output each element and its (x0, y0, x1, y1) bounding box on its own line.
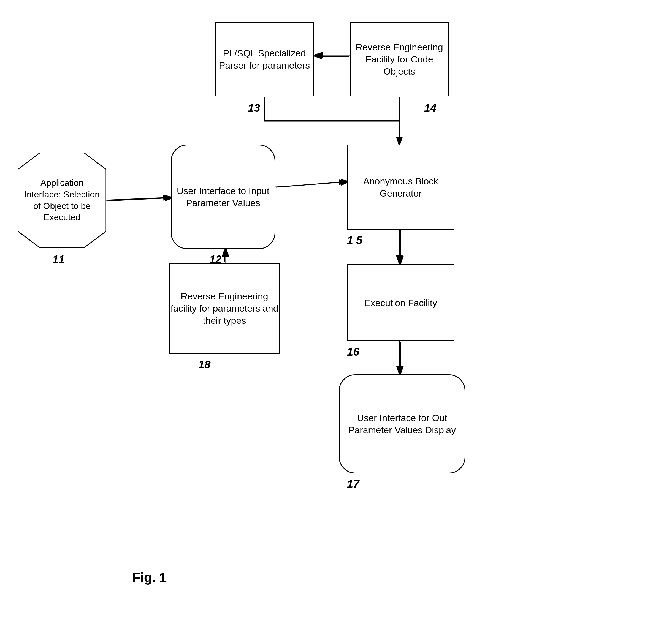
node18-label: Reverse Engineering facility for paramet… (170, 290, 279, 327)
arrows-svg (0, 0, 672, 632)
diagram: PL/SQL Specialized Parser for parameters… (0, 0, 672, 632)
node12-rounded: User Interface to Input Parameter Values (171, 145, 275, 249)
node18-box: Reverse Engineering facility for paramet… (169, 263, 280, 354)
clean-arrows (0, 0, 672, 632)
node15-box: Anonymous Block Generator (347, 145, 454, 230)
node13-box: PL/SQL Specialized Parser for parameters (215, 22, 314, 96)
node11-number: 11 (52, 253, 65, 266)
node15-number: 1 5 (347, 234, 362, 246)
node14-label: Reverse Engineering Facility for Code Ob… (351, 41, 448, 78)
node14-box: Reverse Engineering Facility for Code Ob… (350, 22, 449, 96)
node12-label: User Interface to Input Parameter Values (172, 185, 274, 209)
figure-label: Fig. 1 (132, 570, 167, 585)
node16-number: 16 (347, 346, 359, 358)
svg-line-3 (273, 182, 349, 187)
node11-octagon: Application Interface: Selection of Obje… (18, 153, 106, 248)
node13-number: 13 (248, 102, 260, 114)
node17-label: User Interface for Out Parameter Values … (340, 412, 464, 436)
svg-line-16 (276, 182, 346, 187)
node17-number: 17 (347, 478, 359, 490)
node18-number: 18 (198, 358, 211, 371)
node16-box: Execution Facility (347, 264, 454, 341)
node15-label: Anonymous Block Generator (348, 175, 454, 199)
node16-label: Execution Facility (364, 297, 437, 309)
svg-line-2 (106, 198, 173, 201)
node11-label: Application Interface: Selection of Obje… (23, 177, 100, 223)
node17-rounded: User Interface for Out Parameter Values … (339, 374, 465, 474)
svg-line-15 (106, 197, 171, 200)
node14-number: 14 (424, 102, 436, 114)
node13-label: PL/SQL Specialized Parser for parameters (216, 47, 313, 71)
